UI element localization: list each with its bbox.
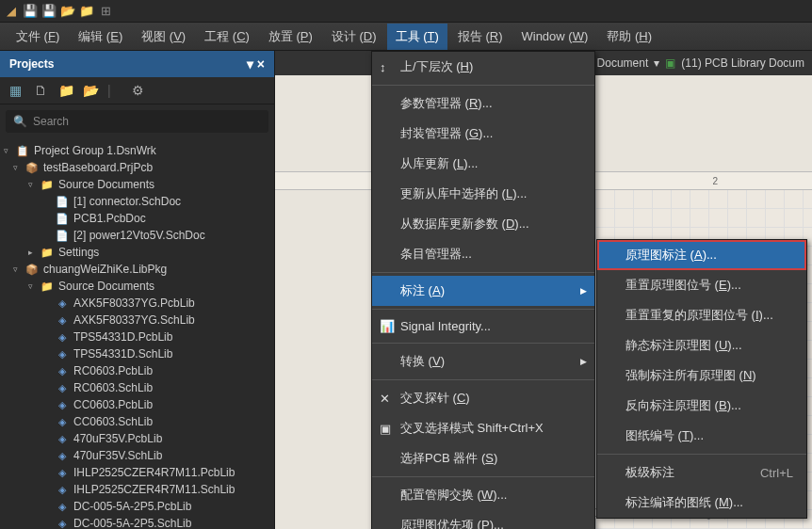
- menu-d[interactable]: 设计 (D): [323, 24, 385, 50]
- tree-item[interactable]: ◈CC0603.PcbLib: [0, 396, 274, 413]
- menu-item[interactable]: 配置管脚交换 (W)...: [372, 480, 594, 510]
- menu-item[interactable]: ↕上/下层次 (H): [372, 52, 594, 82]
- open-icon[interactable]: 📂: [60, 4, 75, 19]
- tree-item[interactable]: ◈RC0603.SchLib: [0, 379, 274, 396]
- menu-item[interactable]: 图纸编号 (T)...: [597, 421, 806, 451]
- menu-item[interactable]: 标注编译的图纸 (M)...: [597, 488, 806, 518]
- menu-item[interactable]: ▣交叉选择模式 Shift+Ctrl+X: [372, 413, 594, 443]
- menubar: 文件 (F)编辑 (E)视图 (V)工程 (C)放置 (P)设计 (D)工具 (…: [0, 23, 812, 51]
- tree-item[interactable]: 📄[1] connector.SchDoc: [0, 193, 274, 210]
- menu-item[interactable]: 原理图标注 (A)...: [597, 240, 806, 270]
- menu-item[interactable]: 条目管理器...: [372, 239, 594, 269]
- tree-item[interactable]: ◈DC-005-5A-2P5.SchLib: [0, 515, 274, 529]
- menu-h[interactable]: 帮助 (H): [598, 24, 660, 50]
- tree-item[interactable]: ▿📦testBaseboard.PrjPcb: [0, 159, 274, 176]
- tree-item[interactable]: ▿📁Source Documents: [0, 278, 274, 295]
- menu-item[interactable]: 重置重复的原理图位号 (I)...: [597, 300, 806, 330]
- menu-item[interactable]: 重置原理图位号 (E)...: [597, 270, 806, 300]
- tree-item[interactable]: ◈IHLP2525CZER4R7M11.PcbLib: [0, 464, 274, 481]
- altium-logo-icon: ◢: [4, 4, 19, 19]
- tab-pcb-library[interactable]: (11) PCB Library Docum: [681, 56, 804, 70]
- menu-item[interactable]: 标注 (A)▶: [372, 276, 594, 306]
- quick-toolbar: ◢ 💾 💾 📂 📁 ⊞: [0, 0, 812, 23]
- menu-item[interactable]: 📊Signal Integrity...: [372, 313, 594, 340]
- tree-item[interactable]: ▸📁Settings: [0, 244, 274, 261]
- menu-item[interactable]: 从库更新 (L)...: [372, 149, 594, 179]
- tree-item[interactable]: ◈TPS54331D.PcbLib: [0, 329, 274, 345]
- tree-item[interactable]: ▿📋Project Group 1.DsnWrk: [0, 142, 274, 159]
- search-icon: 🔍: [13, 115, 27, 128]
- open-project-icon[interactable]: 📁: [79, 4, 94, 19]
- menu-v[interactable]: 视图 (V): [133, 24, 194, 50]
- tree-item[interactable]: ▿📦chuangWeiZhiKe.LibPkg: [0, 261, 274, 278]
- tree-item[interactable]: ◈AXK5F80337YG.SchLib: [0, 312, 274, 329]
- menu-item[interactable]: 封装管理器 (G)...: [372, 119, 594, 149]
- menu-item[interactable]: 板级标注Ctrl+L: [597, 457, 806, 488]
- tree-item[interactable]: ◈RC0603.PcbLib: [0, 362, 274, 379]
- gear-icon[interactable]: ⚙: [132, 83, 147, 98]
- tree-item[interactable]: ◈DC-005-5A-2P5.PcbLib: [0, 498, 274, 515]
- tab-document[interactable]: Document: [597, 56, 649, 70]
- split-icon[interactable]: ⊞: [98, 4, 113, 19]
- tool-icon-3[interactable]: 📁: [58, 83, 73, 98]
- menu-item[interactable]: 从数据库更新参数 (D)...: [372, 209, 594, 239]
- tree-item[interactable]: ◈470uF35V.SchLib: [0, 447, 274, 464]
- menu-t[interactable]: 工具 (T): [387, 24, 447, 50]
- panel-title: Projects: [9, 57, 54, 71]
- menu-item[interactable]: 转换 (V)▶: [372, 346, 594, 377]
- menu-item[interactable]: 更新从库中选择的 (L)...: [372, 179, 594, 209]
- tool-icon-1[interactable]: ▦: [9, 83, 24, 98]
- dropdown-icon[interactable]: ▾: [654, 56, 659, 70]
- tree-item[interactable]: ◈IHLP2525CZER4R7M11.SchLib: [0, 481, 274, 498]
- search-input[interactable]: 🔍 Search: [6, 110, 268, 133]
- tree-item[interactable]: 📄[2] power12Vto5V.SchDoc: [0, 227, 274, 244]
- tools-menu-dropdown: ↕上/下层次 (H)参数管理器 (R)...封装管理器 (G)...从库更新 (…: [371, 51, 595, 529]
- menu-w[interactable]: Window (W): [512, 24, 596, 48]
- menu-item[interactable]: 参数管理器 (R)...: [372, 88, 594, 119]
- menu-r[interactable]: 报告 (R): [449, 24, 512, 50]
- projects-panel: Projects ▾ × ▦ 🗋 📁 📂 | ⚙ 🔍 Search ▿📋Proj…: [0, 51, 275, 529]
- tool-icon-2[interactable]: 🗋: [34, 83, 49, 98]
- tool-icon-4[interactable]: 📂: [83, 83, 98, 98]
- menu-item[interactable]: 原理图优先项 (P)...: [372, 510, 594, 529]
- save-icon[interactable]: 💾: [23, 4, 38, 19]
- menu-c[interactable]: 工程 (C): [196, 24, 258, 50]
- menu-item[interactable]: 静态标注原理图 (U)...: [597, 330, 806, 361]
- save-all-icon[interactable]: 💾: [41, 4, 57, 19]
- tree-item[interactable]: ◈TPS54331D.SchLib: [0, 345, 274, 362]
- tree-item[interactable]: ◈470uF35V.PcbLib: [0, 430, 274, 447]
- menu-e[interactable]: 编辑 (E): [70, 24, 131, 50]
- tree-item[interactable]: ◈CC0603.SchLib: [0, 413, 274, 430]
- tree-item[interactable]: ◈AXK5F80337YG.PcbLib: [0, 295, 274, 312]
- pcb-icon: ▣: [665, 56, 675, 70]
- tree-item[interactable]: ▿📁Source Documents: [0, 176, 274, 193]
- annotate-submenu: 原理图标注 (A)...重置原理图位号 (E)...重置重复的原理图位号 (I)…: [596, 239, 807, 519]
- menu-item[interactable]: ✕交叉探针 (C): [372, 383, 594, 413]
- menu-p[interactable]: 放置 (P): [260, 24, 321, 50]
- menu-item[interactable]: 反向标注原理图 (B)...: [597, 391, 806, 421]
- project-tree: ▿📋Project Group 1.DsnWrk▿📦testBaseboard.…: [0, 138, 274, 529]
- tree-item[interactable]: 📄PCB1.PcbDoc: [0, 210, 274, 227]
- close-icon[interactable]: ▾ ×: [247, 56, 265, 72]
- menu-f[interactable]: 文件 (F): [8, 24, 68, 50]
- menu-item[interactable]: 强制标注所有原理图 (N): [597, 361, 806, 391]
- menu-item[interactable]: 选择PCB 器件 (S): [372, 443, 594, 473]
